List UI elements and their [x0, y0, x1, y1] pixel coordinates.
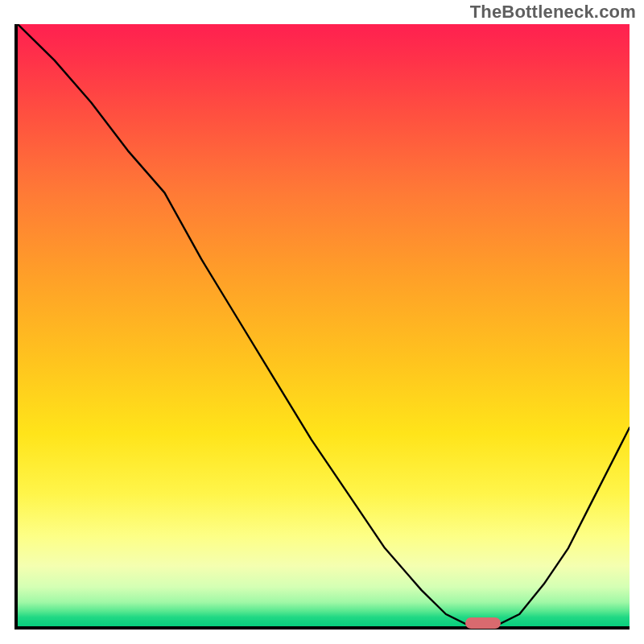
- plot-area: [14, 24, 630, 630]
- bottleneck-curve: [18, 24, 630, 626]
- optimal-marker: [465, 617, 501, 629]
- watermark-text: TheBottleneck.com: [470, 2, 636, 23]
- chart-canvas: TheBottleneck.com: [0, 0, 644, 644]
